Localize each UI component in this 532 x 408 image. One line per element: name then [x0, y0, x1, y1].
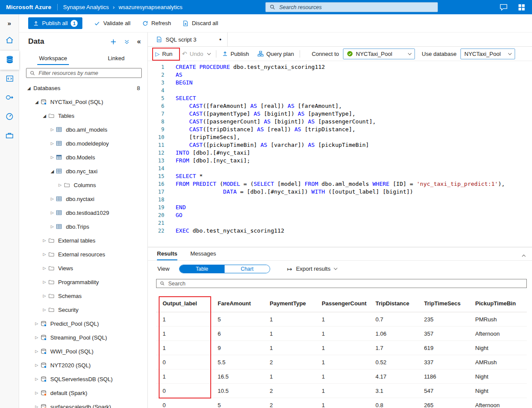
- expand-toggle-icon[interactable]: ▷: [33, 321, 40, 326]
- column-header[interactable]: Output_label: [156, 295, 211, 312]
- expand-toggle-icon[interactable]: ▷: [33, 335, 40, 340]
- sql-code-editor[interactable]: 1CREATE PROCEDURE dbo.test_nyctaxi_scori…: [148, 61, 532, 247]
- code-line[interactable]: 14: [148, 165, 532, 172]
- expand-toggle-icon[interactable]: ▷: [33, 363, 40, 367]
- tab-linked[interactable]: Linked: [107, 51, 125, 65]
- tree-item[interactable]: ▷External tables: [19, 233, 147, 247]
- code-line[interactable]: 13FROM [dbo].[nyc_taxi];: [148, 157, 532, 165]
- results-search-input[interactable]: [167, 280, 523, 287]
- tree-item[interactable]: ▷External resources: [19, 247, 147, 261]
- tab-results[interactable]: Results: [157, 250, 177, 260]
- code-line[interactable]: 18: [148, 196, 532, 204]
- filter-resources-input[interactable]: [38, 70, 138, 77]
- expand-toggle-icon[interactable]: ▷: [41, 252, 48, 256]
- expand-toggle-icon[interactable]: ▷: [49, 155, 56, 159]
- column-header[interactable]: TripDistance: [369, 295, 418, 312]
- discard-all-button[interactable]: Discard all: [183, 20, 218, 26]
- publish-button[interactable]: Publish: [222, 51, 249, 57]
- code-line[interactable]: 17 DATA = [dbo].[#nyc_taxi]) WITH ([outp…: [148, 188, 532, 196]
- collapse-panel-icon[interactable]: «: [137, 38, 141, 45]
- tree-item[interactable]: ◢Tables: [19, 109, 147, 123]
- results-search-wrap[interactable]: [156, 279, 527, 288]
- code-line[interactable]: 12INTO [dbo].[#nyc_taxi]: [148, 149, 532, 157]
- tree-item[interactable]: ▷dbo.testload1029: [19, 206, 147, 220]
- code-line[interactable]: 8 CAST([passengerCount] AS [bigint]) AS …: [148, 118, 532, 126]
- tree-item[interactable]: ▷dbo.Trips: [19, 220, 147, 233]
- nav-integrate[interactable]: [0, 89, 19, 108]
- breadcrumb-item-service[interactable]: Synapse Analytics: [63, 4, 109, 10]
- table-row[interactable]: 05.5210.52337AMRush: [156, 355, 527, 369]
- table-row[interactable]: 116.5114.171186Night: [156, 369, 527, 384]
- expand-toggle-icon[interactable]: ▷: [49, 127, 56, 132]
- nav-monitor[interactable]: [0, 108, 19, 127]
- expand-toggle-icon[interactable]: ▷: [49, 210, 56, 215]
- code-line[interactable]: 10 [tripTimeSecs],: [148, 133, 532, 141]
- breadcrumb-item-workspace[interactable]: wsazuresynapseanalytics: [118, 4, 182, 10]
- nav-develop[interactable]: [0, 70, 19, 89]
- column-header[interactable]: TripTimeSecs: [418, 295, 469, 312]
- add-icon[interactable]: [110, 39, 117, 45]
- undo-button[interactable]: ↶ Undo: [182, 51, 203, 57]
- tree-item[interactable]: ▷Schemas: [19, 289, 147, 303]
- tree-item[interactable]: ▷SQLServerlessDB (SQL): [19, 372, 147, 386]
- code-line[interactable]: 4: [148, 87, 532, 94]
- column-header[interactable]: PickupTimeBin: [469, 295, 527, 312]
- view-toggle-chart[interactable]: Chart: [225, 265, 270, 273]
- tree-item[interactable]: ▷Predict_Pool (SQL): [19, 317, 147, 330]
- view-toggle-table[interactable]: Table: [180, 265, 225, 273]
- publish-all-button[interactable]: Publish all 1: [28, 17, 82, 29]
- code-line[interactable]: 15SELECT *: [148, 172, 532, 180]
- code-line[interactable]: 21: [148, 219, 532, 227]
- tree-item[interactable]: ▷WWI_Pool (SQL): [19, 344, 147, 358]
- tree-item[interactable]: ◢NYCTaxi_Pool (SQL): [19, 95, 147, 109]
- nav-manage[interactable]: [0, 127, 19, 146]
- code-line[interactable]: 20GO: [148, 211, 532, 219]
- code-line[interactable]: 1CREATE PROCEDURE dbo.test_nyctaxi_scori…: [148, 63, 532, 71]
- code-line[interactable]: 19END: [148, 204, 532, 211]
- tree-item[interactable]: ▷Columns: [19, 178, 147, 192]
- column-header[interactable]: PaymentType: [263, 295, 315, 312]
- expand-toggle-icon[interactable]: ◢: [41, 113, 48, 118]
- run-button[interactable]: ▷ Run: [155, 51, 173, 57]
- tree-item[interactable]: ▷default (Spark): [19, 386, 147, 400]
- expand-nav-icon[interactable]: »: [0, 14, 19, 32]
- code-line[interactable]: 7 CAST([paymentType] AS [bigint]) AS [pa…: [148, 110, 532, 118]
- tree-item[interactable]: ▷dbo.Models: [19, 150, 147, 164]
- table-row[interactable]: 15110.7235PMRush: [156, 312, 527, 327]
- expand-toggle-icon[interactable]: ▷: [56, 183, 64, 187]
- tree-item[interactable]: ▷Programmability: [19, 275, 147, 289]
- nav-home[interactable]: [0, 32, 19, 51]
- tree-item[interactable]: ◢Databases8: [19, 81, 147, 95]
- tree-item[interactable]: ◢dbo.nyc_taxi: [19, 164, 147, 178]
- table-row[interactable]: 16111.06357Afternoon: [156, 327, 527, 341]
- expand-toggle-icon[interactable]: ▷: [41, 308, 48, 312]
- feedback-icon[interactable]: [499, 3, 508, 11]
- expand-toggle-icon[interactable]: ▷: [41, 280, 48, 284]
- azure-brand[interactable]: Microsoft Azure: [6, 4, 52, 10]
- expand-toggle-icon[interactable]: ▷: [33, 349, 40, 353]
- expand-toggle-icon[interactable]: ◢: [25, 86, 33, 91]
- table-row[interactable]: 05210.8265Afternoon: [156, 398, 527, 408]
- refresh-button[interactable]: Refresh: [142, 20, 171, 26]
- resource-search[interactable]: [265, 2, 438, 12]
- code-line[interactable]: 11 CAST([pickupTimeBin] AS [varchar]) AS…: [148, 141, 532, 149]
- tree-item[interactable]: ▷dbo.nyctaxi: [19, 192, 147, 206]
- tab-messages[interactable]: Messages: [190, 250, 216, 260]
- table-row[interactable]: 19111.7619Night: [156, 341, 527, 355]
- table-row[interactable]: 010.5213.1547Night: [156, 384, 527, 398]
- expand-toggle-icon[interactable]: ▷: [49, 141, 56, 146]
- expand-toggle-icon[interactable]: ▷: [33, 391, 40, 395]
- expand-toggle-icon[interactable]: ▷: [33, 377, 40, 381]
- validate-all-button[interactable]: Validate all: [94, 20, 131, 26]
- tree-item[interactable]: ▷dbo.modeldeploy: [19, 136, 147, 150]
- tree-item[interactable]: ▷dbo.aml_models: [19, 123, 147, 136]
- expand-toggle-icon[interactable]: ▷: [49, 224, 56, 229]
- expand-toggle-icon[interactable]: ▷: [49, 197, 56, 201]
- export-results-button[interactable]: ↦ Export results: [287, 266, 337, 272]
- code-line[interactable]: 5SELECT: [148, 94, 532, 102]
- code-line[interactable]: 6 CAST([fareAmount] AS [real]) AS [fareA…: [148, 102, 532, 110]
- column-header[interactable]: PassengerCount: [315, 295, 369, 312]
- expand-toggle-icon[interactable]: ◢: [33, 100, 40, 104]
- code-line[interactable]: 16FROM PREDICT (MODEL = (SELECT [model] …: [148, 180, 532, 188]
- expand-toggle-icon[interactable]: ▷: [41, 294, 48, 298]
